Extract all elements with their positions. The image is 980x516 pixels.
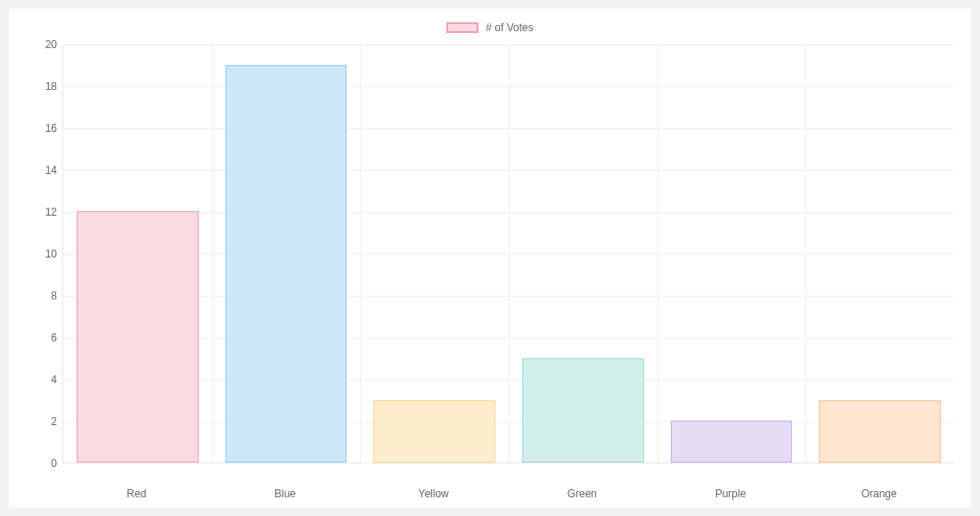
gridline-x bbox=[657, 45, 658, 463]
x-tick-label: Red bbox=[127, 487, 146, 500]
plot-area bbox=[62, 45, 953, 463]
x-tick-label: Blue bbox=[274, 487, 296, 500]
legend-label: # of Votes bbox=[486, 21, 533, 34]
y-tick-label: 12 bbox=[27, 206, 57, 218]
y-tick-label: 20 bbox=[27, 38, 57, 51]
y-tick-label: 6 bbox=[27, 332, 57, 344]
legend-item-votes[interactable]: # of Votes bbox=[446, 21, 533, 34]
bar-green[interactable] bbox=[522, 358, 644, 463]
y-tick-label: 0 bbox=[27, 457, 57, 470]
chart-legend[interactable]: # of Votes bbox=[9, 21, 971, 36]
bar-orange[interactable] bbox=[819, 400, 941, 463]
y-tick-label: 16 bbox=[27, 122, 57, 135]
chart-area bbox=[62, 45, 953, 463]
y-tick-label: 4 bbox=[27, 373, 57, 386]
x-tick-label: Purple bbox=[715, 487, 747, 500]
gridline-x bbox=[805, 45, 806, 463]
y-tick-label: 14 bbox=[27, 164, 57, 176]
legend-swatch bbox=[446, 22, 478, 33]
bar-purple[interactable] bbox=[671, 421, 793, 463]
bar-yellow[interactable] bbox=[373, 400, 495, 463]
x-tick-label: Orange bbox=[862, 487, 897, 500]
y-tick-label: 10 bbox=[27, 248, 57, 260]
chart-card: # of Votes 02468101214161820RedBlueYello… bbox=[9, 9, 971, 507]
y-tick-label: 18 bbox=[27, 80, 57, 93]
x-tick-label: Green bbox=[568, 487, 597, 500]
bar-red[interactable] bbox=[77, 211, 199, 463]
gridline-x bbox=[212, 45, 213, 463]
y-tick-label: 8 bbox=[27, 290, 57, 302]
x-tick-label: Yellow bbox=[419, 487, 449, 500]
bar-blue[interactable] bbox=[225, 65, 347, 463]
gridline-x bbox=[360, 45, 361, 463]
y-tick-label: 2 bbox=[27, 415, 57, 428]
gridline-x bbox=[509, 45, 510, 463]
